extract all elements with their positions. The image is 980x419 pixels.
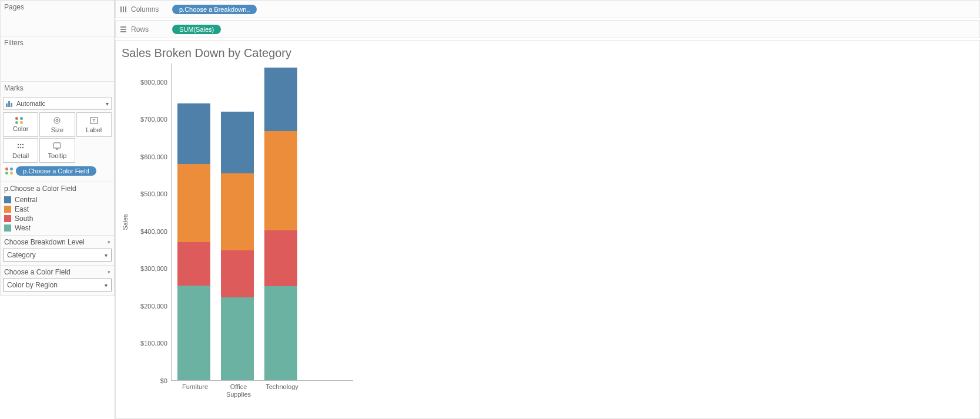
- svg-rect-10: [53, 143, 61, 148]
- legend-title: p.Choose a Color Field: [4, 185, 110, 193]
- bar-segment[interactable]: [221, 297, 254, 380]
- y-tick: $300,000: [140, 265, 167, 272]
- bar[interactable]: [221, 112, 254, 380]
- legend-item[interactable]: South: [4, 214, 110, 223]
- bar[interactable]: [177, 103, 210, 380]
- svg-point-9: [22, 147, 24, 148]
- bar-segment[interactable]: [221, 173, 254, 250]
- legend-swatch: [4, 224, 11, 232]
- param-breakdown-select[interactable]: Category ▾: [3, 249, 112, 262]
- color-field-pill[interactable]: p.Choose a Color Field: [16, 166, 96, 176]
- svg-rect-16: [120, 31, 126, 32]
- pages-panel: Pages: [0, 0, 115, 36]
- bar[interactable]: [264, 68, 297, 380]
- chevron-down-icon: ▾: [105, 252, 108, 259]
- chevron-down-icon[interactable]: ▾: [108, 239, 110, 245]
- bar-segment[interactable]: [264, 68, 297, 131]
- param-breakdown-value: Category: [7, 251, 36, 259]
- marks-title: Marks: [1, 82, 114, 95]
- color-button-label: Color: [13, 125, 28, 132]
- color-icon: [5, 167, 14, 175]
- legend-swatch: [4, 206, 11, 213]
- color-legend-panel: p.Choose a Color Field CentralEastSouthW…: [0, 182, 115, 236]
- bar-segment[interactable]: [177, 242, 210, 286]
- bar-chart-icon: [6, 100, 14, 107]
- size-button[interactable]: Size: [39, 112, 75, 137]
- color-button[interactable]: Color: [3, 112, 38, 137]
- svg-point-1: [56, 119, 58, 122]
- y-tick: $0: [160, 377, 167, 384]
- svg-rect-15: [120, 29, 126, 30]
- y-tick: $200,000: [140, 303, 167, 310]
- legend-item[interactable]: Central: [4, 195, 110, 205]
- param-breakdown-panel: Choose Breakdown Level ▾ Category ▾: [0, 235, 115, 266]
- bar-segment[interactable]: [264, 131, 297, 230]
- y-tick: $700,000: [140, 116, 167, 123]
- bar-segment[interactable]: [177, 164, 210, 242]
- columns-icon: [119, 5, 127, 14]
- y-axis-ticks: $0$100,000$200,000$300,000$400,000$500,0…: [130, 63, 171, 381]
- detail-button-label: Detail: [12, 152, 29, 159]
- bar-segment[interactable]: [264, 286, 297, 380]
- svg-text:T: T: [92, 118, 95, 123]
- svg-point-8: [20, 147, 21, 148]
- svg-point-0: [54, 118, 60, 123]
- label-button-label: Label: [86, 126, 102, 133]
- rows-shelf-label: Rows: [131, 25, 149, 33]
- svg-rect-13: [125, 6, 126, 12]
- param-breakdown-title: Choose Breakdown Level: [4, 238, 85, 246]
- columns-shelf[interactable]: Columns p.Choose a Breakdown..: [115, 0, 980, 18]
- tooltip-icon: [52, 142, 62, 151]
- legend-item-label: West: [15, 224, 31, 232]
- legend-item[interactable]: West: [4, 223, 110, 233]
- filters-title: Filters: [1, 36, 114, 49]
- legend-swatch: [4, 215, 11, 222]
- chevron-down-icon[interactable]: ▾: [108, 269, 110, 275]
- bar-segment[interactable]: [221, 112, 254, 173]
- size-button-label: Size: [51, 126, 63, 133]
- bar-segment[interactable]: [177, 103, 210, 165]
- marks-panel: Marks Automatic ▾ Color: [0, 81, 115, 182]
- svg-rect-14: [120, 26, 126, 28]
- svg-point-7: [18, 147, 19, 148]
- legend-item-label: South: [15, 214, 33, 223]
- color-field-pill-row[interactable]: p.Choose a Color Field: [3, 165, 112, 177]
- chart: Sales $0$100,000$200,000$300,000$400,000…: [120, 63, 975, 381]
- legend-swatch: [4, 196, 11, 203]
- bar-segment[interactable]: [177, 286, 210, 380]
- rows-shelf[interactable]: Rows SUM(Sales): [115, 20, 980, 38]
- x-tick-label: Furniture: [179, 383, 212, 398]
- color-icon: [15, 117, 24, 124]
- legend-item-label: Central: [15, 196, 38, 204]
- tooltip-button-label: Tooltip: [48, 152, 67, 159]
- bar-segment[interactable]: [221, 250, 254, 297]
- label-button[interactable]: T Label: [76, 112, 112, 137]
- param-colorfield-select[interactable]: Color by Region ▾: [3, 279, 112, 291]
- x-axis-labels: FurnitureOffice SuppliesTechnology: [120, 383, 975, 398]
- tooltip-button[interactable]: Tooltip: [39, 138, 75, 163]
- x-tick-label: Technology: [266, 383, 298, 398]
- bar-segment[interactable]: [264, 230, 297, 286]
- detail-button[interactable]: Detail: [3, 138, 38, 163]
- detail-icon: [16, 142, 25, 151]
- param-colorfield-value: Color by Region: [7, 281, 58, 289]
- pages-title: Pages: [1, 1, 114, 14]
- y-tick: $500,000: [140, 190, 167, 197]
- chevron-down-icon: ▾: [106, 100, 109, 107]
- rows-pill[interactable]: SUM(Sales): [172, 25, 221, 34]
- svg-rect-12: [123, 6, 124, 12]
- rows-icon: [119, 25, 127, 33]
- columns-pill[interactable]: p.Choose a Breakdown..: [172, 5, 257, 14]
- filters-panel: Filters: [0, 36, 115, 82]
- svg-point-4: [18, 144, 19, 145]
- viz-title: Sales Broken Down by Category: [122, 46, 975, 60]
- y-axis-label: Sales: [120, 214, 130, 230]
- legend-item[interactable]: East: [4, 205, 110, 214]
- svg-point-5: [20, 144, 21, 145]
- legend-item-label: East: [15, 205, 29, 213]
- marks-type-label: Automatic: [16, 100, 45, 107]
- x-tick-label: Office Supplies: [222, 383, 255, 398]
- y-tick: $600,000: [140, 153, 167, 160]
- marks-type-select[interactable]: Automatic ▾: [3, 97, 112, 110]
- svg-rect-11: [120, 6, 122, 12]
